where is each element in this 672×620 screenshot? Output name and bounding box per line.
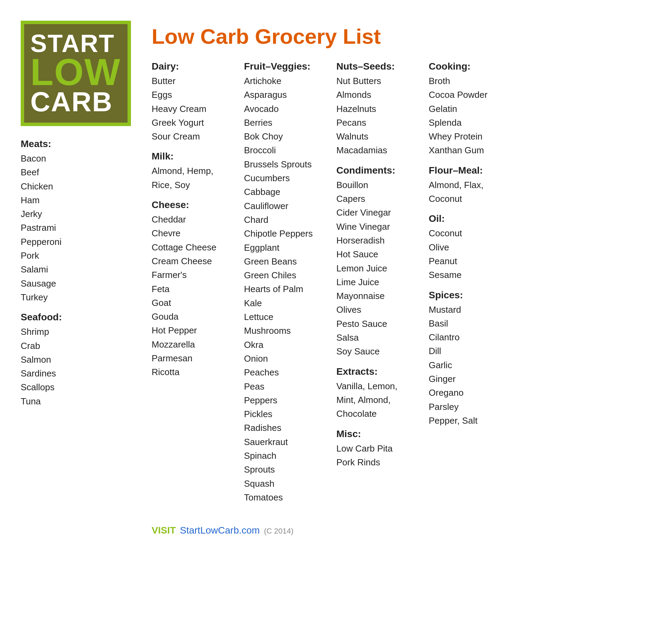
list-item: Scallops (21, 380, 131, 394)
list-item: Sauerkraut (244, 435, 320, 449)
dairy-items: ButterEggsHeavy CreamGreek YogurtSour Cr… (152, 74, 227, 143)
list-item: Green Chiles (244, 268, 320, 282)
list-item: Heavy Cream (152, 102, 227, 116)
list-item: Cilantro (429, 330, 505, 344)
list-item: Garlic (429, 358, 505, 372)
list-item: Vanilla, Lemon, (336, 379, 412, 393)
milk-header: Milk: (152, 151, 227, 162)
flour-items: Almond, Flax,Coconut (429, 178, 505, 206)
list-item: Onion (244, 352, 320, 365)
dairy-header: Dairy: (152, 61, 227, 72)
list-item: Bouillon (336, 178, 412, 192)
list-item: Squash (244, 477, 320, 490)
meats-header: Meats: (21, 138, 131, 149)
flour-header: Flour–Meal: (429, 165, 505, 176)
list-item: Sausage (21, 277, 131, 290)
list-item: Capers (336, 192, 412, 206)
list-item: Chocolate (336, 407, 412, 421)
list-item: Crab (21, 339, 131, 353)
fruit-veggies-header: Fruit–Veggies: (244, 61, 320, 72)
footer-url: StartLowCarb.com (180, 525, 260, 536)
list-item: Cauliflower (244, 199, 320, 213)
list-item: Hearts of Palm (244, 282, 320, 296)
list-item: Cucumbers (244, 171, 320, 185)
list-item: Butter (152, 74, 227, 88)
extracts-items: Vanilla, Lemon,Mint, Almond,Chocolate (336, 379, 412, 421)
list-item: Beef (21, 165, 131, 179)
list-item: Peanut (429, 254, 505, 268)
list-item: Mozzarella (152, 338, 227, 351)
list-item: Jerky (21, 207, 131, 221)
list-item: Artichoke (244, 74, 320, 88)
list-item: Mushrooms (244, 324, 320, 338)
extracts-header: Extracts: (336, 366, 412, 377)
list-item: Pastrami (21, 221, 131, 235)
list-item: Lettuce (244, 310, 320, 324)
cheese-header: Cheese: (152, 199, 227, 210)
list-item: Ginger (429, 372, 505, 386)
list-item: Pickles (244, 407, 320, 421)
col-dairy: Dairy: ButterEggsHeavy CreamGreek Yogurt… (152, 61, 227, 504)
list-item: Cottage Cheese (152, 240, 227, 254)
list-item: Splenda (429, 116, 505, 130)
list-item: Lemon Juice (336, 261, 412, 275)
list-item: Salsa (336, 331, 412, 344)
list-item: Hot Sauce (336, 247, 412, 261)
list-item: Cream Cheese (152, 254, 227, 268)
list-item: Avocado (244, 102, 320, 116)
list-item: Mustard (429, 303, 505, 317)
list-item: Sour Cream (152, 130, 227, 143)
col-nuts: Nuts–Seeds: Nut ButtersAlmondsHazelnutsP… (336, 61, 412, 504)
list-item: Spinach (244, 449, 320, 463)
footer-visit: VISIT (152, 525, 176, 536)
list-item: Bok Choy (244, 130, 320, 143)
list-item: Broth (429, 74, 505, 88)
list-item: Goat (152, 296, 227, 310)
list-item: Almonds (336, 88, 412, 102)
meats-items: BaconBeefChickenHamJerkyPastramiPepperon… (21, 152, 131, 304)
all-columns: Dairy: ButterEggsHeavy CreamGreek Yogurt… (152, 61, 651, 504)
list-item: Cheddar (152, 213, 227, 226)
oil-items: CoconutOlivePeanutSesame (429, 226, 505, 282)
list-item: Olive (429, 240, 505, 254)
list-item: Low Carb Pita (336, 442, 412, 455)
list-item: Mint, Almond, (336, 393, 412, 407)
condiments-items: BouillonCapersCider VinegarWine VinegarH… (336, 178, 412, 359)
list-item: Nut Butters (336, 74, 412, 88)
list-item: Cider Vinegar (336, 206, 412, 219)
list-item: Rice, Soy (152, 178, 227, 192)
footer: VISIT StartLowCarb.com (C 2014) (152, 525, 651, 536)
main-title: Low Carb Grocery List (152, 24, 651, 49)
page-layout: START LOW CARB Meats: BaconBeefChickenHa… (21, 21, 651, 536)
list-item: Chard (244, 213, 320, 227)
list-item: Coconut (429, 226, 505, 240)
list-item: Chicken (21, 179, 131, 193)
logo: START LOW CARB (21, 21, 131, 126)
cooking-items: BrothCocoa PowderGelatinSplendaWhey Prot… (429, 74, 505, 157)
list-item: Olives (336, 303, 412, 317)
list-item: Chevre (152, 226, 227, 240)
list-item: Farmer's (152, 268, 227, 282)
list-item: Basil (429, 317, 505, 330)
list-item: Sprouts (244, 463, 320, 476)
list-item: Peppers (244, 393, 320, 407)
cheese-items: CheddarChevreCottage CheeseCream CheeseF… (152, 213, 227, 379)
left-column: START LOW CARB Meats: BaconBeefChickenHa… (21, 21, 131, 408)
list-item: Xanthan Gum (429, 143, 505, 157)
right-section: Low Carb Grocery List Dairy: ButterEggsH… (152, 21, 651, 536)
nuts-items: Nut ButtersAlmondsHazelnutsPecansWalnuts… (336, 74, 412, 157)
list-item: Cabbage (244, 185, 320, 199)
list-item: Gouda (152, 310, 227, 323)
list-item: Ham (21, 193, 131, 207)
col-cooking: Cooking: BrothCocoa PowderGelatinSplenda… (429, 61, 505, 504)
footer-copy: (C 2014) (264, 527, 294, 536)
list-item: Parsley (429, 400, 505, 414)
list-item: Oregano (429, 386, 505, 400)
misc-header: Misc: (336, 428, 412, 440)
list-item: Pecans (336, 116, 412, 130)
list-item: Eggs (152, 88, 227, 102)
cooking-header: Cooking: (429, 61, 505, 72)
list-item: Greek Yogurt (152, 116, 227, 130)
spices-items: MustardBasilCilantroDillGarlicGingerOreg… (429, 303, 505, 428)
list-item: Wine Vinegar (336, 220, 412, 234)
